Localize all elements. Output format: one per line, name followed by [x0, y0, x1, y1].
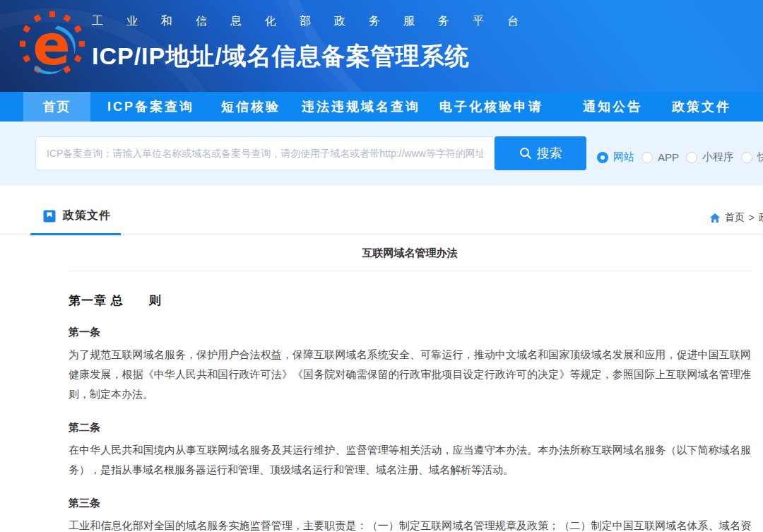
title-divider	[69, 271, 751, 271]
content-area: 政策文件 首页 > 政策文件 互联网域名管理办法 第一章 总 则 第一条 为了规…	[0, 199, 763, 532]
svg-text:e: e	[32, 13, 71, 78]
article-2: 第二条 在中华人民共和国境内从事互联网域名服务及其运行维护、监督管理等相关活动，…	[69, 421, 751, 480]
search-band: 搜索 网站 APP 小程序 快应用	[0, 122, 763, 185]
nav-item-illegal-domain-query[interactable]: 违法违规域名查询	[302, 92, 420, 122]
radio-dot-icon	[741, 152, 752, 163]
document-title: 互联网域名管理办法	[69, 247, 751, 260]
article-3: 第三条 工业和信息化部对全国的域名服务实施监督管理，主要职责是：（一）制定互联网…	[69, 497, 751, 532]
miit-gear-e-logo-icon: e	[20, 6, 85, 82]
article-1: 第一条 为了规范互联网域名服务，保护用户合法权益，保障互联网域名系统安全、可靠运…	[69, 326, 751, 404]
nav-item-icp-query[interactable]: ICP备案查询	[107, 92, 194, 122]
system-title: ICP/IP地址/域名信息备案管理系统	[92, 40, 542, 73]
nav-item-notices[interactable]: 通知公告	[583, 92, 642, 122]
chapter-title: 第一章 总 则	[69, 292, 751, 309]
search-button[interactable]: 搜索	[495, 136, 586, 170]
radio-dot-icon	[641, 152, 653, 163]
icp-search-input[interactable]	[35, 136, 495, 170]
breadcrumb-home-link[interactable]: 首页	[725, 211, 745, 224]
search-icon	[519, 147, 532, 160]
document-body: 互联网域名管理办法 第一章 总 则 第一条 为了规范互联网域名服务，保护用户合法…	[69, 247, 751, 532]
section-header: 政策文件 首页 > 政策文件	[0, 199, 763, 235]
breadcrumb-current: 政策文件	[759, 211, 763, 224]
page: e 工业和信息化部政务服务平台 ICP/IP地址/域名信息备案管理系统 首页 I…	[0, 0, 763, 532]
breadcrumb-separator: >	[749, 212, 755, 223]
article-label: 第一条	[69, 326, 751, 339]
section-title: 政策文件	[63, 208, 111, 223]
nav-item-e-verify-apply[interactable]: 电子化核验申请	[439, 92, 543, 122]
radio-website[interactable]: 网站	[597, 150, 634, 164]
section-title-underline	[30, 233, 121, 235]
article-label: 第三条	[69, 497, 751, 510]
platform-title: 工业和信息化部政务服务平台	[92, 14, 542, 29]
article-text: 在中华人民共和国境内从事互联网域名服务及其运行维护、监督管理等相关活动，应当遵守…	[69, 440, 751, 480]
article-text: 为了规范互联网域名服务，保护用户合法权益，保障互联网域名系统安全、可靠运行，推动…	[69, 345, 751, 404]
home-icon	[709, 213, 721, 223]
radio-mini-program[interactable]: 小程序	[686, 150, 734, 164]
main-nav: 首页 ICP备案查询 短信核验 违法违规域名查询 电子化核验申请 通知公告 政策…	[0, 92, 763, 122]
nav-item-sms-verify[interactable]: 短信核验	[221, 92, 280, 122]
breadcrumb: 首页 > 政策文件	[709, 211, 763, 224]
site-header: e 工业和信息化部政务服务平台 ICP/IP地址/域名信息备案管理系统	[0, 0, 763, 92]
radio-dot-icon	[686, 152, 697, 163]
radio-quick-app[interactable]: 快应用	[741, 150, 763, 164]
nav-item-policy-docs[interactable]: 政策文件	[672, 92, 731, 122]
article-label: 第二条	[69, 421, 751, 435]
radio-app[interactable]: APP	[641, 151, 679, 163]
radio-dot-icon	[597, 152, 608, 163]
nav-item-home[interactable]: 首页	[23, 92, 90, 122]
search-type-radio-group: 网站 APP 小程序 快应用	[597, 150, 763, 164]
article-text: 工业和信息化部对全国的域名服务实施监督管理，主要职责是：（一）制定互联网域名管理…	[69, 516, 751, 532]
search-button-label: 搜索	[537, 145, 562, 162]
policy-doc-icon	[42, 209, 57, 223]
